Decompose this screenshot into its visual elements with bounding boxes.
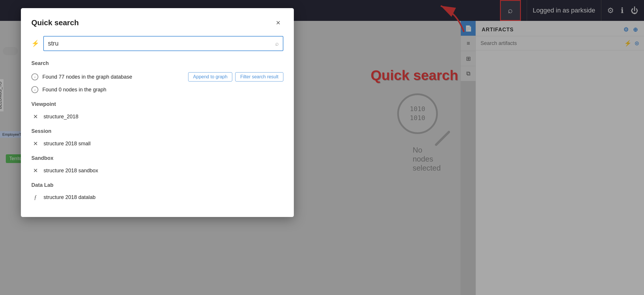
datalab-item-1[interactable]: ƒ structure 2018 datalab [31, 192, 283, 203]
result-text-1: ⌕ Found 77 nodes in the graph database [31, 73, 188, 80]
sandbox-label: Sandbox [31, 155, 283, 161]
session-label: Session [31, 128, 283, 134]
search-result-icon-2: ⌕ [31, 86, 38, 93]
viewpoint-icon: ✕ [31, 113, 39, 120]
result-row-with-buttons: ⌕ Found 77 nodes in the graph database A… [31, 72, 283, 82]
search-section: Search ⌕ Found 77 nodes in the graph dat… [31, 60, 283, 95]
filter-icon[interactable]: ⚡ [31, 40, 39, 47]
sandbox-item-name: structure 2018 sandbox [44, 168, 98, 174]
session-item-name: structure 2018 small [44, 141, 91, 147]
search-result-1: ⌕ Found 77 nodes in the graph database A… [31, 70, 283, 84]
sandbox-item-1[interactable]: ✕ structure 2018 sandbox [31, 165, 283, 176]
magnifier-icon: ⌕ [34, 75, 36, 79]
datalab-item-name: structure 2018 datalab [44, 194, 96, 200]
datalab-label: Data Lab [31, 182, 283, 188]
datalab-icon: ƒ [31, 194, 39, 201]
viewpoint-item-1[interactable]: ✕ structure_2018 [31, 111, 283, 122]
search-result-2: ⌕ Found 0 nodes in the graph [31, 84, 283, 95]
search-row: ⚡ ⌕ [31, 36, 283, 51]
append-to-graph-button[interactable]: Append to graph [188, 72, 232, 82]
modal-title: Quick search [31, 18, 79, 27]
viewpoint-section: Viewpoint ✕ structure_2018 [31, 101, 283, 122]
session-item-1[interactable]: ✕ structure 2018 small [31, 138, 283, 149]
session-icon: ✕ [31, 140, 39, 147]
filter-search-result-button[interactable]: Filter search result [235, 72, 283, 82]
sandbox-icon: ✕ [31, 167, 39, 174]
datalab-section: Data Lab ƒ structure 2018 datalab [31, 182, 283, 203]
result-buttons: Append to graph Filter search result [188, 72, 283, 82]
viewpoint-item-name: structure_2018 [44, 114, 78, 120]
sandbox-section: Sandbox ✕ structure 2018 sandbox [31, 155, 283, 176]
search-section-label: Search [31, 60, 283, 66]
quick-search-modal: Quick search × ⚡ ⌕ Search ⌕ Found 77 nod… [21, 8, 294, 217]
result-2-text: Found 0 nodes in the graph [42, 87, 106, 93]
viewpoint-label: Viewpoint [31, 101, 283, 107]
search-result-icon-1: ⌕ [31, 73, 38, 80]
quick-search-input[interactable] [48, 40, 275, 47]
session-section: Session ✕ structure 2018 small [31, 128, 283, 149]
search-submit-icon[interactable]: ⌕ [275, 40, 279, 47]
modal-close-button[interactable]: × [273, 17, 283, 28]
result-1-text: Found 77 nodes in the graph database [42, 74, 132, 80]
magnifier-icon-2: ⌕ [34, 88, 36, 92]
search-input-wrapper: ⌕ [43, 36, 283, 51]
modal-header: Quick search × [31, 17, 283, 28]
